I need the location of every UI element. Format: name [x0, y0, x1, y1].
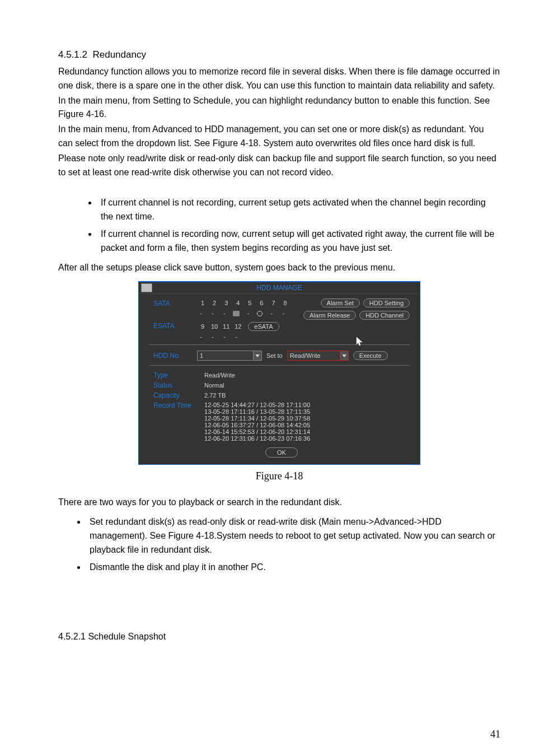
chevron-down-icon	[340, 351, 348, 360]
execute-button[interactable]: Execute	[353, 351, 388, 360]
hdd-manage-window: HDD MANAGE Alarm Set HDD Setting Alarm R…	[138, 281, 420, 465]
sata-status-slot	[231, 310, 241, 316]
esata-status-dot: -	[208, 333, 218, 340]
type-label: Type	[153, 371, 203, 379]
set-to-label: Set to	[266, 352, 283, 359]
sata-slot-num: 4	[233, 300, 243, 306]
paragraph: After all the setups please click save b…	[58, 261, 500, 275]
esata-slot-num: 11	[221, 323, 231, 330]
esata-chip[interactable]: eSATA	[248, 322, 279, 331]
list-item: If current channel is not recording, cur…	[97, 196, 500, 224]
list-item: Dismantle the disk and play it in anothe…	[86, 561, 500, 575]
paragraph: There are two ways for you to playback o…	[58, 496, 500, 510]
alarm-set-button[interactable]: Alarm Set	[321, 298, 360, 307]
set-to-dropdown[interactable]: Read/Write	[287, 351, 349, 361]
capacity-value: 2.72 TB	[204, 392, 226, 399]
esata-status-dot: -	[219, 333, 229, 340]
alarm-release-button[interactable]: Alarm Release	[303, 311, 356, 320]
record-time-label: Record Time	[153, 402, 203, 409]
sata-status-dot: -	[208, 310, 218, 316]
section-number: 4.5.1.2	[58, 49, 87, 60]
paragraph: Redundancy function allows you to memori…	[58, 65, 500, 93]
sata-slot-num: 5	[245, 300, 255, 306]
figure-caption: Figure 4-18	[58, 470, 500, 482]
paragraph: In the main menu, from Advanced to HDD m…	[58, 123, 500, 151]
record-time-values: 12-05-25 14:44:27 / 12-05-28 17:11:00 13…	[204, 402, 310, 442]
paragraph: In the main menu, from Setting to Schedu…	[58, 94, 500, 122]
section-heading: 4.5.1.2 Redundancy	[58, 49, 500, 60]
sata-label: SATA	[153, 300, 196, 307]
sata-status-dot: -	[243, 310, 253, 316]
page-number: 41	[490, 729, 500, 740]
sata-slot-num: 6	[256, 300, 266, 306]
chevron-down-icon	[253, 351, 261, 360]
window-title: HDD MANAGE	[256, 284, 302, 292]
esata-slot-num: 12	[233, 323, 243, 330]
status-label: Status	[153, 381, 203, 389]
cursor-icon	[356, 337, 364, 347]
esata-label: ESATA	[153, 322, 196, 330]
window-icon	[141, 283, 152, 292]
separator	[149, 365, 410, 366]
esata-status-dot: -	[196, 333, 206, 340]
capacity-label: Capacity	[153, 391, 203, 399]
window-title-bar: HDD MANAGE	[139, 282, 420, 294]
sata-slot-num: 2	[209, 300, 219, 306]
esata-slot-num: 9	[198, 323, 208, 330]
sata-slot-num: 1	[198, 300, 208, 306]
record-time-entry: 12-06-20 12:31:06 / 12-06-23 07:16:36	[204, 435, 310, 442]
record-time-entry: 12-05-25 14:44:27 / 12-05-28 17:11:00	[204, 402, 310, 408]
set-to-value: Read/Write	[290, 352, 321, 359]
hdd-no-value: 1	[200, 352, 203, 359]
hdd-setting-button[interactable]: HDD Setting	[363, 298, 410, 307]
hdd-no-dropdown[interactable]: 1	[197, 351, 262, 361]
sata-slot-num: 3	[221, 300, 231, 306]
paragraph: Please note only read/write disk or read…	[58, 152, 500, 180]
ok-button[interactable]: OK	[265, 447, 298, 458]
next-section-heading: 4.5.2.1 Schedule Snapshot	[58, 630, 500, 644]
sata-slot-num: 8	[280, 300, 291, 306]
sata-status-dot: -	[266, 310, 277, 316]
esata-status-dot: -	[231, 333, 241, 340]
sata-status-dot: -	[196, 310, 206, 316]
type-value: Read/Write	[204, 372, 235, 379]
status-value: Normal	[204, 382, 224, 389]
record-time-entry: 12-05-28 17:11:34 / 12-05-29 10:37:58	[204, 415, 310, 422]
record-time-entry: 12-06-05 16:37:27 / 12-06-08 14:42:05	[204, 422, 310, 428]
record-time-entry: 12-06-14 15:52:53 / 12-06-20 12:31:14	[204, 428, 310, 435]
hdd-no-label: HDD No.	[153, 352, 193, 360]
section-title: Redundancy	[92, 49, 146, 60]
separator	[149, 344, 410, 345]
sata-slot-num: 7	[268, 300, 278, 306]
esata-slot-num: 10	[209, 323, 219, 330]
list-item: Set redundant disk(s) as read-only disk …	[86, 515, 500, 557]
hdd-channel-button[interactable]: HDD Channel	[359, 311, 410, 320]
sata-status-dot: -	[278, 310, 288, 316]
record-time-entry: 13-05-28 17:11:16 / 13-05-28 17:11:35	[204, 408, 310, 415]
sata-status-dot: -	[219, 310, 229, 316]
list-item: If current channel is recording now, cur…	[97, 227, 500, 255]
sata-status-ring	[255, 310, 265, 316]
